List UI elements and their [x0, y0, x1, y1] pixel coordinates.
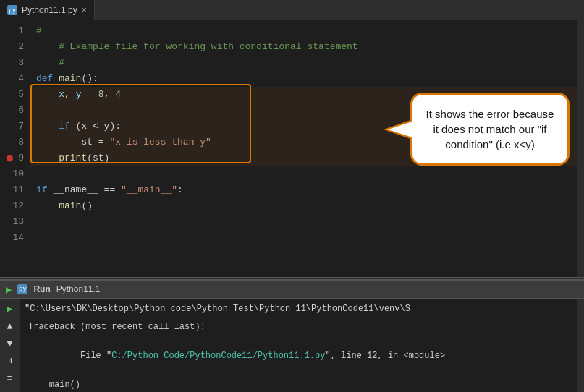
code-line-1: #: [30, 23, 577, 39]
terminal-controls: ▶ ▲ ▼ ⏸ ≡ ⊡ ↕ 🗑: [0, 299, 20, 392]
line-num-10: 10: [0, 166, 24, 182]
code-line-13: [30, 214, 577, 230]
terminal-down-button[interactable]: ▼: [3, 336, 17, 351]
line-num-8: 8: [0, 135, 24, 150]
editor-area: 1 2 3 4 5 6 7 8 9 10 ▶ 11 12 13 14 # # E…: [0, 20, 584, 277]
code-line-10: [30, 166, 577, 182]
terminal-pause-button[interactable]: ⏸: [3, 354, 17, 368]
traceback-label: Traceback (most recent call last):: [28, 320, 569, 334]
line-num-14: 14: [0, 230, 24, 246]
line-num-12: 12: [0, 198, 24, 214]
line-num-2: 2: [0, 39, 24, 55]
run-bar: ▶ py Run Python11.1: [0, 280, 584, 299]
terminal-menu-button[interactable]: ≡: [3, 371, 17, 385]
line-num-7: 7: [0, 119, 24, 135]
terminal-path-line: "C:\Users\DK\Desktop\Python code\Python …: [25, 302, 572, 316]
terminal-area: ▶ ▲ ▼ ⏸ ≡ ⊡ ↕ 🗑 "C:\Users\DK\Desktop\Pyt…: [0, 299, 584, 392]
callout-text: It shows the error because it does not m…: [426, 108, 554, 150]
line-num-9: 9: [0, 150, 24, 166]
file1-link[interactable]: C:/Python Code/PythonCode11/Python11.1.p…: [111, 351, 325, 361]
line-num-6: 6: [0, 103, 24, 119]
callout-bubble: It shows the error because it does not m…: [410, 93, 570, 166]
code-line-2: # Example file for working with conditio…: [30, 39, 577, 55]
run-play-icon: ▶: [6, 284, 12, 296]
code-line-3: #: [30, 55, 577, 71]
line-num-3: 3: [0, 55, 24, 71]
tab-bar: py Python11.1.py ×: [0, 0, 584, 20]
line-num-11: ▶ 11: [0, 182, 24, 198]
file-tab[interactable]: py Python11.1.py ×: [0, 0, 95, 20]
code-line-14: [30, 230, 577, 246]
editor-scrollbar[interactable]: [577, 20, 584, 277]
line-num-4: 4: [0, 71, 24, 87]
python-icon: py: [7, 5, 17, 15]
file1-indent: main(): [28, 378, 569, 392]
terminal-scrollbar[interactable]: [577, 299, 584, 392]
file1-line: File "C:/Python Code/PythonCode11/Python…: [28, 334, 569, 378]
terminal-grid-button[interactable]: ⊡: [3, 388, 17, 392]
close-tab-button[interactable]: ×: [82, 5, 87, 15]
code-line-12: main(): [30, 198, 577, 214]
line-num-5: 5: [0, 87, 24, 103]
error-box: Traceback (most recent call last): File …: [25, 318, 572, 392]
line-numbers: 1 2 3 4 5 6 7 8 9 10 ▶ 11 12 13 14: [0, 20, 30, 277]
run-filename: Python11.1: [56, 284, 101, 294]
line-num-13: 13: [0, 214, 24, 230]
code-line-4: def main():: [30, 71, 577, 87]
run-label: Run: [33, 284, 50, 294]
code-line-11: if __name__ == "__main__":: [30, 182, 577, 198]
terminal-up-button[interactable]: ▲: [3, 319, 17, 333]
terminal-content: "C:\Users\DK\Desktop\Python code\Python …: [20, 299, 577, 392]
terminal-play-button[interactable]: ▶: [3, 302, 17, 316]
python-run-icon: py: [17, 284, 27, 294]
line-num-1: 1: [0, 23, 24, 39]
tab-filename: Python11.1.py: [22, 5, 77, 15]
